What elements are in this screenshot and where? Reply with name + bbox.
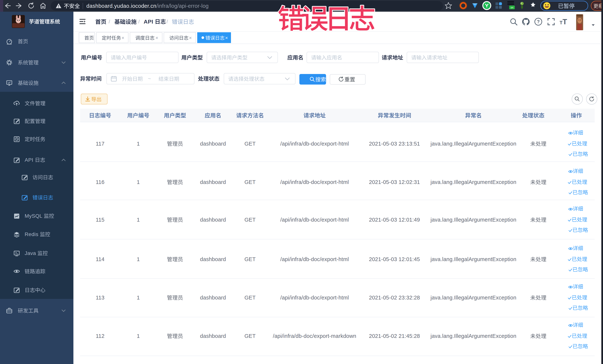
svg-text:on: on bbox=[511, 6, 513, 9]
svg-text:?: ? bbox=[537, 19, 540, 24]
